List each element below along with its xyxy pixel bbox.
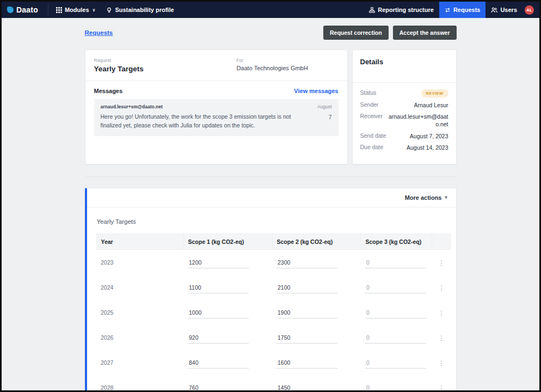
status-badge: REVIEW <box>421 89 448 97</box>
year-cell: 2024 <box>96 275 183 300</box>
sender-label: Sender <box>360 101 379 108</box>
year-cell: 2027 <box>96 350 183 375</box>
scope1-input[interactable] <box>188 283 249 293</box>
details-title: Details <box>360 58 448 66</box>
table-row: 2027 ⋮ <box>96 350 450 375</box>
brand-logo[interactable]: Daato <box>2 2 46 18</box>
table-row: 2028 ⋮ <box>96 375 450 392</box>
row-menu-kebab-icon[interactable]: ⋮ <box>436 384 447 392</box>
request-header: Request Yearly Targets For Daato Technol… <box>94 58 339 73</box>
row-menu-kebab-icon[interactable]: ⋮ <box>436 284 447 292</box>
column-header-scope3: Scope 3 (kg CO2-eq) <box>361 234 432 249</box>
row-menu-kebab-icon[interactable]: ⋮ <box>436 259 447 267</box>
navbar-divider <box>48 4 48 15</box>
scope1-input[interactable] <box>188 308 249 318</box>
scope2-input[interactable] <box>276 308 337 318</box>
year-cell: 2025 <box>96 300 183 325</box>
status-label: Status <box>360 89 377 96</box>
request-correction-button[interactable]: Request correction <box>323 26 389 40</box>
scope2-input[interactable] <box>276 283 337 293</box>
scope1-input[interactable] <box>188 358 249 369</box>
accept-answer-button[interactable]: Accept the answer <box>393 26 457 40</box>
scope2-input[interactable] <box>276 383 337 392</box>
scope2-input[interactable] <box>276 333 337 344</box>
table-row: 2024 ⋮ <box>96 275 450 300</box>
scope1-input[interactable] <box>188 383 249 392</box>
chevron-down-icon: ∨ <box>93 8 96 13</box>
org-chart-icon <box>369 7 375 13</box>
nav-sustainability-profile[interactable]: Sustainability profile <box>101 2 179 18</box>
breadcrumb-requests-link[interactable]: Requests <box>85 29 113 36</box>
row-menu-kebab-icon[interactable]: ⋮ <box>436 359 447 367</box>
navbar-left: Daato Modules ∨ Sustainability profile <box>2 2 180 18</box>
table-row: 2026 ⋮ <box>96 325 450 350</box>
nav-modules-label: Modules <box>65 7 89 13</box>
request-title: Yearly Targets <box>94 65 237 73</box>
send-date-value: August 7, 2023 <box>410 132 448 140</box>
nav-modules[interactable]: Modules ∨ <box>51 2 101 18</box>
page-content: Requests Request correction Accept the a… <box>2 18 539 392</box>
more-actions-button[interactable]: More actions ▾ <box>405 194 447 201</box>
scope3-input[interactable] <box>365 258 426 268</box>
navbar-right: Reporting structure Requests Users AL <box>364 2 539 18</box>
scope3-input[interactable] <box>365 283 426 293</box>
due-date-value: August 14, 2023 <box>407 144 448 151</box>
request-card: Request Yearly Targets For Daato Technol… <box>85 50 348 164</box>
view-messages-link[interactable]: View messages <box>294 88 338 94</box>
message-sender: arnaud.lesur+sm@daato.net <box>101 104 312 109</box>
nav-requests[interactable]: Requests <box>439 2 486 18</box>
table-row: 2025 ⋮ <box>96 300 450 325</box>
message-date-day: 7 <box>317 114 331 120</box>
sender-value: Arnaud Lesur <box>414 101 448 109</box>
send-date-label: Send date <box>360 132 386 139</box>
table-toolbar: More actions ▾ <box>87 188 456 207</box>
nav-users-label: Users <box>500 7 517 13</box>
nav-requests-label: Requests <box>453 7 481 13</box>
sustainability-icon <box>106 7 112 13</box>
scope2-input[interactable] <box>276 258 337 268</box>
scope3-input[interactable] <box>365 333 426 344</box>
detail-row-status: Status REVIEW <box>360 89 448 97</box>
request-label: Request <box>94 58 237 63</box>
messages-title: Messages <box>94 88 123 94</box>
requests-icon <box>445 7 451 13</box>
details-divider <box>353 82 456 83</box>
detail-row-receiver: Receiver arnaud.lesur+sm@daato.net <box>360 113 448 128</box>
top-navbar: Daato Modules ∨ Sustainability profile <box>2 2 539 18</box>
column-header-scope2: Scope 2 (kg CO2-eq) <box>272 234 361 249</box>
more-actions-label: More actions <box>405 194 442 201</box>
year-cell: 2026 <box>96 325 183 350</box>
targets-table-body: 2023 ⋮ 2024 ⋮ <box>96 249 450 392</box>
card-divider <box>85 81 347 81</box>
caret-down-icon: ▾ <box>445 195 447 200</box>
user-avatar[interactable]: AL <box>525 5 534 15</box>
scope3-input[interactable] <box>365 383 426 392</box>
scope3-input[interactable] <box>365 308 426 318</box>
scope2-input[interactable] <box>276 358 337 369</box>
column-header-scope1: Scope 1 (kg CO2-eq) <box>183 234 272 249</box>
message-item: arnaud.lesur+sm@daato.net Here you go! U… <box>94 99 339 136</box>
message-text: Here you go! Unfortunately, the work for… <box>101 113 312 130</box>
daato-logo-icon <box>7 7 14 13</box>
nav-reporting-structure[interactable]: Reporting structure <box>364 2 439 18</box>
detail-row-send-date: Send date August 7, 2023 <box>360 132 448 140</box>
scope3-input[interactable] <box>365 358 426 369</box>
header-actions: Request correction Accept the answer <box>323 26 457 40</box>
receiver-value: arnaud.lesur+sm@daato.net <box>387 113 448 128</box>
due-date-label: Due date <box>360 144 384 150</box>
message-date-month: August <box>317 104 331 109</box>
table-row: 2023 ⋮ <box>96 249 450 275</box>
scope1-input[interactable] <box>188 333 249 344</box>
app-window: Daato Modules ∨ Sustainability profile <box>0 0 541 392</box>
row-menu-kebab-icon[interactable]: ⋮ <box>436 309 447 317</box>
receiver-label: Receiver <box>360 113 383 119</box>
row-menu-kebab-icon[interactable]: ⋮ <box>436 334 447 342</box>
message-date: August 7 <box>317 104 331 130</box>
table-header-row: Year Scope 1 (kg CO2-eq) Scope 2 (kg CO2… <box>96 234 450 249</box>
nav-users[interactable]: Users <box>485 2 522 18</box>
messages-header: Messages View messages <box>94 88 339 94</box>
detail-row-sender: Sender Arnaud Lesur <box>360 101 448 109</box>
scope1-input[interactable] <box>188 258 249 268</box>
column-header-actions <box>432 234 450 249</box>
page-header-row: Requests Request correction Accept the a… <box>85 26 457 40</box>
